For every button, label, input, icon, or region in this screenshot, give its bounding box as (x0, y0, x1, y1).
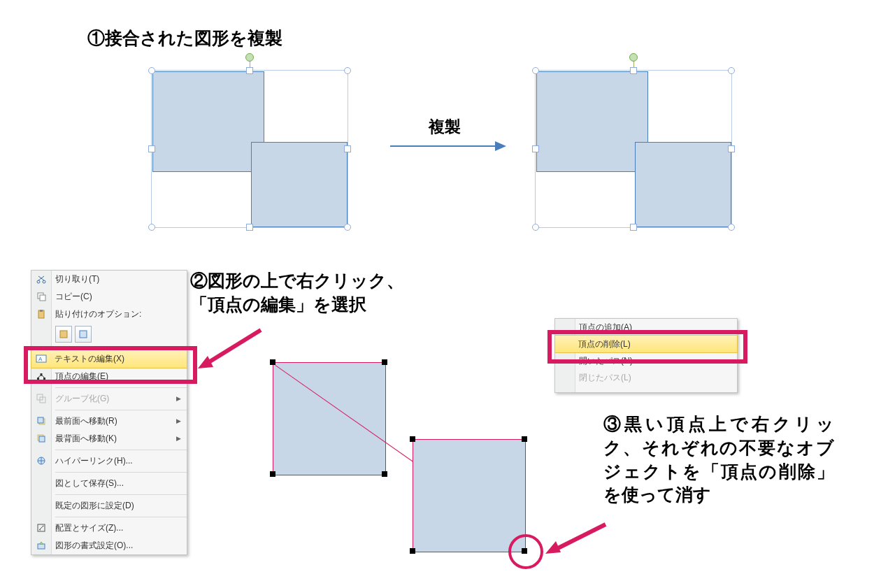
vmenu-item-close-path[interactable]: 閉じたパス(L) (555, 369, 737, 386)
menu-item-save-as-picture[interactable]: 図として保存(S)... (31, 475, 187, 492)
globe-icon (35, 454, 48, 467)
copy-icon (35, 290, 48, 303)
svg-rect-16 (38, 417, 43, 423)
arrow-head-icon (495, 141, 506, 151)
context-menu-shape: 切り取り(T) コピー(C) 貼り付けのオプション: A テキストの編集(X) … (31, 270, 187, 555)
menu-item-copy[interactable]: コピー(C) (31, 288, 187, 306)
ep-shape-upper[interactable] (273, 362, 386, 475)
svg-line-24 (555, 524, 606, 550)
menu-item-cut[interactable]: 切り取り(T) (31, 271, 187, 288)
menu-item-group[interactable]: グループ化(G) (31, 390, 187, 408)
callout-arrow-step3 (544, 520, 607, 555)
rotate-handle-icon[interactable] (245, 53, 254, 62)
send-back-icon (35, 432, 48, 445)
vertex-point[interactable] (270, 471, 275, 477)
duplicate-label: 複製 (389, 116, 501, 138)
vertex-point[interactable] (270, 359, 275, 365)
menu-item-send-back[interactable]: 最背面へ移動(K) (31, 430, 187, 447)
paste-option-2[interactable] (75, 326, 92, 343)
ep-shape-lower[interactable] (413, 439, 526, 552)
size-icon (35, 522, 48, 534)
callout-box-edit-text (24, 346, 197, 384)
rotate-handle-icon[interactable] (629, 53, 638, 62)
bring-front-icon (35, 415, 48, 427)
svg-rect-6 (60, 331, 67, 338)
menu-item-set-default[interactable]: 既定の図形に設定(D) (31, 497, 187, 515)
arrow-line (390, 145, 495, 147)
callout-arrow-step2 (198, 327, 261, 368)
vertex-point[interactable] (382, 359, 387, 365)
shape-piece-lower (635, 142, 731, 227)
duplicate-arrow: 複製 (389, 116, 501, 138)
svg-point-1 (43, 280, 45, 283)
vertex-point[interactable] (382, 471, 387, 477)
paste-option-1[interactable] (55, 326, 72, 343)
selected-shape-right[interactable] (535, 70, 732, 228)
selected-shape-left[interactable] (151, 70, 348, 228)
svg-rect-3 (40, 295, 45, 301)
scissors-icon (35, 273, 48, 285)
svg-marker-25 (545, 541, 561, 554)
menu-item-paste-options-label: 貼り付けのオプション: (31, 306, 187, 323)
group-icon (35, 392, 48, 405)
step2-heading: ②図形の上で右クリック、 「頂点の編集」を選択 (190, 269, 404, 317)
svg-rect-5 (40, 310, 43, 312)
step1-heading: ①接合された図形を複製 (87, 27, 282, 50)
svg-rect-7 (80, 331, 87, 338)
svg-line-22 (208, 330, 261, 363)
shape-piece-upper (152, 71, 264, 172)
svg-rect-21 (38, 544, 45, 549)
format-shape-icon (35, 539, 48, 552)
paste-icon (35, 308, 48, 320)
menu-item-format-shape[interactable]: 図形の書式設定(O)... (31, 537, 187, 554)
paste-options-row (31, 323, 187, 345)
menu-item-bring-front[interactable]: 最前面へ移動(R) (31, 413, 187, 430)
callout-circle-vertex (508, 534, 543, 569)
vertex-point[interactable] (410, 548, 415, 554)
callout-box-delete-point (547, 330, 747, 364)
shape-piece-lower (251, 142, 348, 227)
shape-piece-upper (536, 71, 648, 172)
menu-item-size-pos[interactable]: 配置とサイズ(Z)... (31, 519, 187, 537)
vertex-point[interactable] (522, 436, 527, 442)
menu-item-hyperlink[interactable]: ハイパーリンク(H)... (31, 452, 187, 470)
svg-point-0 (37, 280, 40, 283)
step3-heading: ③黒い頂点上で右クリック、それぞれの不要なオブジェクトを「頂点の削除」を使って消… (603, 413, 834, 507)
vertex-point[interactable] (410, 436, 415, 442)
svg-rect-18 (39, 436, 45, 442)
edit-points-preview (273, 362, 531, 565)
